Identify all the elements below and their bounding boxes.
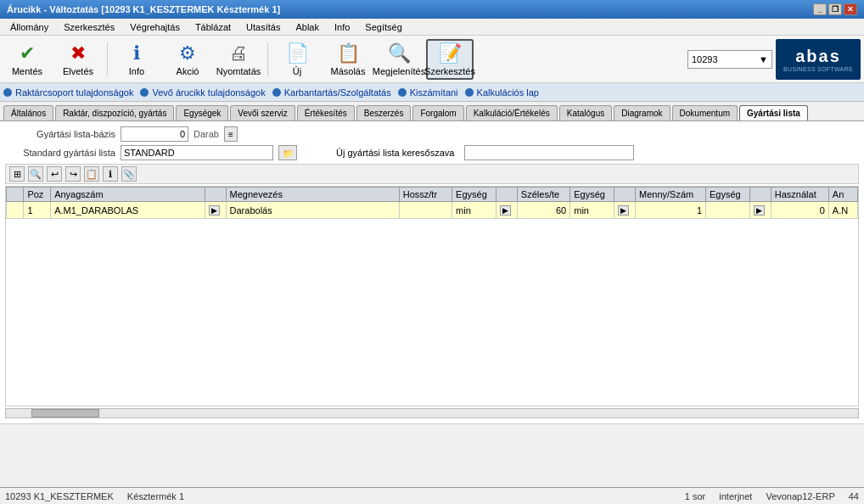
menu-vegrehajtas[interactable]: Végrehajtás bbox=[123, 20, 187, 34]
karbantartas-dot bbox=[272, 88, 281, 97]
copy-icon: 📋 bbox=[337, 42, 360, 64]
tab-vevoi[interactable]: Vevői szerviz bbox=[230, 105, 295, 120]
elvetes-button[interactable]: ✖ Elvetés bbox=[54, 39, 102, 80]
new-doc-icon: 📄 bbox=[286, 42, 309, 64]
standard-select-button[interactable]: 📁 bbox=[278, 145, 297, 160]
nyomtatas-button[interactable]: 🖨 Nyomtatás bbox=[215, 39, 262, 80]
tab-egysegek[interactable]: Egységek bbox=[176, 105, 228, 120]
h-scrollbar[interactable] bbox=[5, 408, 859, 418]
uj-button[interactable]: 📄 Új bbox=[273, 39, 321, 80]
dropdown-arrow-icon: ▼ bbox=[759, 54, 768, 64]
raktarcsoport-dot bbox=[3, 88, 12, 97]
toolbar: ✔ Mentés ✖ Elvetés ℹ Info ⚙ Akció 🖨 Nyom… bbox=[0, 36, 864, 83]
tab-ertekesites[interactable]: Értékesítés bbox=[297, 105, 355, 120]
status-version: 44 bbox=[849, 491, 859, 501]
inner-info-button[interactable]: ℹ bbox=[103, 166, 118, 182]
menu-allomany[interactable]: Állomány bbox=[3, 20, 55, 34]
tab-dokumentum[interactable]: Dokumentum bbox=[672, 105, 738, 120]
restore-button[interactable]: ❐ bbox=[828, 3, 842, 15]
edit-icon: 📝 bbox=[439, 42, 462, 64]
th-anyagszam: Anyagszám bbox=[51, 188, 205, 202]
menu-info[interactable]: Info bbox=[328, 20, 356, 34]
tab-diagramok[interactable]: Diagramok bbox=[614, 105, 670, 120]
abas-logo: abas BUSINESS SOFTWARE bbox=[776, 39, 861, 80]
tab-altalanos[interactable]: Általános bbox=[3, 105, 53, 120]
th-e1-btn bbox=[496, 188, 517, 202]
inner-undo-button[interactable]: ↩ bbox=[47, 166, 62, 182]
td-an[interactable]: A.N bbox=[828, 202, 857, 219]
info-label: Info bbox=[129, 66, 144, 76]
info-button[interactable]: ℹ Info bbox=[113, 39, 160, 80]
tab-gyartasi[interactable]: Gyártási lista bbox=[739, 105, 808, 120]
menu-tablazat[interactable]: Táblázat bbox=[188, 20, 238, 34]
kalkulacio-link[interactable]: Kalkulációs lap bbox=[465, 87, 539, 98]
td-anyag-btn[interactable]: ▶ bbox=[205, 202, 226, 219]
td-szeleste[interactable]: 60 bbox=[517, 202, 569, 219]
td-megnevezes[interactable]: Darabolás bbox=[226, 202, 399, 219]
th-hossztr: Hossz/tr bbox=[399, 188, 452, 202]
x-icon: ✖ bbox=[70, 42, 86, 64]
bazis-input[interactable] bbox=[121, 126, 188, 142]
table-row[interactable]: 1 A.M1_DARABOLAS ▶ Darabolás min ▶ 60 mi… bbox=[7, 202, 858, 219]
inner-grid-button[interactable]: ⊞ bbox=[9, 166, 25, 182]
uj-keresozo-input[interactable] bbox=[464, 145, 634, 160]
kalkulacio-dot bbox=[465, 88, 474, 97]
menu-szerkesztes[interactable]: Szerkesztés bbox=[57, 20, 121, 34]
td-egyseg1[interactable]: min bbox=[452, 202, 497, 219]
record-id-dropdown[interactable]: 10293 ▼ bbox=[687, 50, 772, 69]
tab-raktar[interactable]: Raktár, diszpozíció, gyártás bbox=[55, 105, 174, 120]
inner-attach-button[interactable]: 📎 bbox=[121, 166, 137, 182]
td-e1-btn[interactable]: ▶ bbox=[496, 202, 517, 219]
inner-redo-button[interactable]: ↪ bbox=[65, 166, 81, 182]
menu-bar: Állomány Szerkesztés Végrehajtás Tábláza… bbox=[0, 19, 864, 36]
minimize-button[interactable]: _ bbox=[813, 3, 827, 15]
standard-input[interactable] bbox=[121, 145, 273, 160]
akcio-button[interactable]: ⚙ Akció bbox=[164, 39, 211, 80]
tab-kalkulacio[interactable]: Kalkuláció/Értékelés bbox=[466, 105, 558, 120]
karbantartas-link[interactable]: Karbantartás/Szolgáltatás bbox=[272, 87, 391, 98]
td-egyseg2[interactable]: min bbox=[570, 202, 614, 219]
td-egyseg3[interactable] bbox=[706, 202, 750, 219]
megjelenites-button[interactable]: 🔍 Megjelenítés bbox=[375, 39, 423, 80]
tab-katalogus[interactable]: Katalógus bbox=[559, 105, 612, 120]
th-megnevezes: Megnevezés bbox=[226, 188, 399, 202]
td-e2-btn[interactable]: ▶ bbox=[614, 202, 636, 219]
mentes-button[interactable]: ✔ Mentés bbox=[3, 39, 51, 80]
menu-utasitas[interactable]: Utasítás bbox=[239, 20, 287, 34]
kiszamitani-link[interactable]: Kiszámítani bbox=[398, 87, 458, 98]
content-area: Gyártási lista-bázis Darab ≡ Standard gy… bbox=[0, 121, 864, 424]
bazis-list-button[interactable]: ≡ bbox=[224, 126, 238, 142]
raktarcsoport-link[interactable]: Raktárcsoport tulajdonságok bbox=[3, 87, 133, 98]
inner-copy-button[interactable]: 📋 bbox=[84, 166, 99, 182]
standard-label: Standard gyártási lista bbox=[5, 148, 115, 158]
masolas-button[interactable]: 📋 Másolás bbox=[324, 39, 372, 80]
th-e3-btn bbox=[749, 188, 771, 202]
inner-toolbar: ⊞ 🔍 ↩ ↪ 📋 ℹ 📎 bbox=[5, 164, 859, 184]
masolas-label: Másolás bbox=[331, 66, 366, 76]
sub-toolbar: Raktárcsoport tulajdonságok Vevő árucikk… bbox=[0, 83, 864, 102]
td-e3-btn[interactable]: ▶ bbox=[749, 202, 771, 219]
menu-segitseg[interactable]: Segítség bbox=[358, 20, 408, 34]
th-select bbox=[7, 188, 24, 202]
td-mennyiszam[interactable]: 1 bbox=[636, 202, 706, 219]
table-wrapper[interactable]: Poz Anyagszám Megnevezés Hossz/tr Egység… bbox=[5, 186, 859, 406]
bazis-label: Gyártási lista-bázis bbox=[5, 129, 115, 139]
td-poz: 1 bbox=[24, 202, 51, 219]
tab-forgalom[interactable]: Forgalom bbox=[412, 105, 463, 120]
title-bar: Árucikk - Változtatás [10293 K1_KESZTERM… bbox=[0, 0, 864, 19]
vevo-link[interactable]: Vevő árucikk tulajdonságok bbox=[140, 87, 265, 98]
td-hossztr[interactable] bbox=[399, 202, 452, 219]
tab-beszerzes[interactable]: Beszerzés bbox=[356, 105, 412, 120]
status-user: interjnet bbox=[719, 491, 752, 501]
vevo-dot bbox=[140, 88, 149, 97]
th-e2-btn bbox=[614, 188, 636, 202]
td-anyagszam[interactable]: A.M1_DARABOLAS bbox=[51, 202, 205, 219]
szerkesztes-button[interactable]: 📝 Szerkesztés bbox=[426, 39, 474, 80]
td-hasznalat[interactable]: 0 bbox=[771, 202, 828, 219]
toolbar-right: 10293 ▼ abas BUSINESS SOFTWARE bbox=[687, 39, 861, 80]
menu-ablak[interactable]: Ablak bbox=[289, 20, 326, 34]
close-button[interactable]: ✕ bbox=[844, 3, 857, 15]
megjelenites-label: Megjelenítés bbox=[373, 66, 425, 76]
h-scrollbar-thumb[interactable] bbox=[31, 409, 99, 417]
inner-search-button[interactable]: 🔍 bbox=[28, 166, 43, 182]
